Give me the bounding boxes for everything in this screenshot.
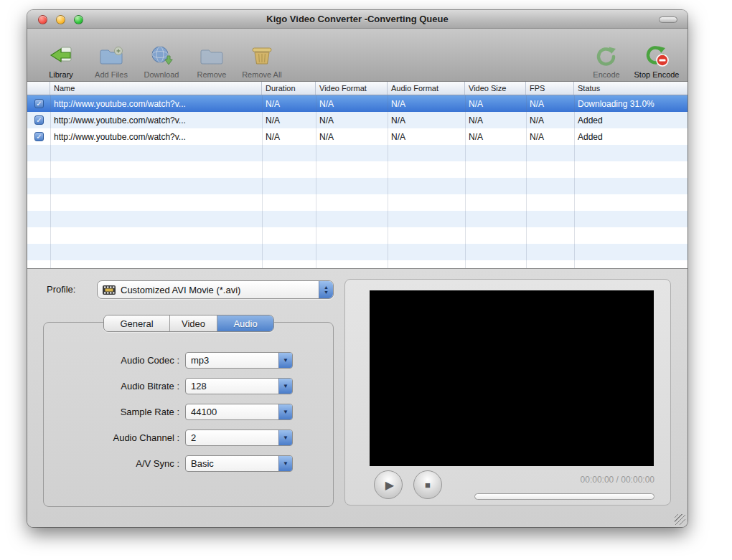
seek-slider[interactable] bbox=[474, 493, 654, 500]
audio-channel-label: Audio Channel : bbox=[44, 432, 185, 443]
library-icon bbox=[49, 42, 73, 70]
column-header-video-format[interactable]: Video Format bbox=[316, 82, 388, 95]
column-header-status[interactable]: Status bbox=[574, 82, 688, 95]
close-button[interactable] bbox=[38, 15, 47, 24]
profile-label: Profile: bbox=[47, 280, 75, 299]
audio-channel-value: 2 bbox=[186, 432, 278, 443]
add-files-button[interactable]: Add Files bbox=[86, 42, 136, 79]
cell-name: http://www.youtube.com/watch?v... bbox=[50, 95, 262, 112]
audio-codec-dropdown[interactable]: mp3 ▼ bbox=[185, 352, 293, 369]
add-files-icon bbox=[99, 42, 123, 70]
sample-rate-dropdown[interactable]: 44100 ▼ bbox=[185, 404, 293, 420]
column-header-name[interactable]: Name bbox=[50, 82, 262, 95]
remove-button[interactable]: Remove bbox=[187, 42, 237, 79]
cell-fps: N/A bbox=[526, 112, 574, 128]
encode-button[interactable]: Encode bbox=[581, 42, 632, 79]
stop-encode-button-label: Stop Encode bbox=[634, 70, 680, 79]
download-icon bbox=[149, 42, 174, 70]
av-sync-dropdown[interactable]: Basic ▼ bbox=[185, 455, 293, 472]
column-header-duration[interactable]: Duration bbox=[262, 82, 316, 95]
stop-button[interactable]: ■ bbox=[413, 470, 442, 499]
column-header-audio-format[interactable]: Audio Format bbox=[388, 82, 465, 95]
cell-fps: N/A bbox=[526, 95, 574, 112]
remove-all-icon bbox=[250, 42, 274, 70]
zoom-button[interactable] bbox=[74, 15, 83, 24]
profile-dropdown[interactable]: Customized AVI Movie (*.avi) ▲▼ bbox=[97, 280, 334, 299]
encode-icon bbox=[594, 42, 619, 70]
codec-settings-box: General Video Audio Audio Codec : mp3 ▼ … bbox=[43, 322, 334, 507]
title-bar: Kigo Video Converter -Converting Queue bbox=[27, 10, 688, 29]
queue-table-header: Name Duration Video Format Audio Format … bbox=[27, 82, 688, 95]
toolbar: Library Add Files Download bbox=[27, 29, 688, 82]
row-checkbox[interactable]: ✓ bbox=[34, 132, 44, 141]
row-checkbox[interactable]: ✓ bbox=[34, 99, 44, 108]
audio-channel-dropdown[interactable]: 2 ▼ bbox=[185, 430, 293, 446]
add-files-button-label: Add Files bbox=[95, 70, 128, 79]
play-icon: ▶ bbox=[385, 478, 394, 492]
library-button[interactable]: Library bbox=[36, 42, 86, 79]
column-header-video-size[interactable]: Video Size bbox=[465, 82, 526, 95]
tab-video[interactable]: Video bbox=[170, 315, 217, 331]
audio-codec-value: mp3 bbox=[186, 355, 278, 366]
tab-general[interactable]: General bbox=[104, 315, 170, 331]
stop-encode-button[interactable]: Stop Encode bbox=[632, 42, 682, 79]
resize-grip[interactable] bbox=[675, 514, 685, 525]
audio-codec-field: Audio Codec : mp3 ▼ bbox=[44, 351, 333, 369]
audio-bitrate-field: Audio Bitrate : 128 ▼ bbox=[44, 377, 333, 394]
queue-table-body: ✓ http://www.youtube.com/watch?v... N/A … bbox=[27, 95, 688, 268]
toolbar-toggle-button[interactable] bbox=[659, 16, 677, 23]
remove-all-button[interactable]: Remove All bbox=[237, 42, 287, 79]
tab-audio[interactable]: Audio bbox=[217, 315, 273, 331]
audio-settings-fields: Audio Codec : mp3 ▼ Audio Bitrate : 128 … bbox=[44, 351, 333, 480]
cell-duration: N/A bbox=[262, 95, 316, 112]
av-sync-value: Basic bbox=[186, 458, 278, 469]
audio-bitrate-dropdown[interactable]: 128 ▼ bbox=[185, 378, 293, 394]
table-row[interactable]: ✓ http://www.youtube.com/watch?v... N/A … bbox=[27, 95, 688, 112]
row-checkbox-cell: ✓ bbox=[27, 95, 50, 112]
settings-tabs: General Video Audio bbox=[103, 315, 274, 332]
chevron-down-icon: ▼ bbox=[278, 404, 292, 419]
cell-audio-format: N/A bbox=[388, 112, 465, 128]
cell-video-format: N/A bbox=[316, 128, 388, 145]
minimize-button[interactable] bbox=[56, 15, 65, 24]
av-sync-field: A/V Sync : Basic ▼ bbox=[44, 455, 333, 472]
cell-audio-format: N/A bbox=[388, 95, 465, 112]
sample-rate-label: Sample Rate : bbox=[44, 407, 185, 417]
cell-video-format: N/A bbox=[316, 95, 388, 112]
settings-panel: Profile: Customized AVI Movie (*.avi) ▲▼… bbox=[27, 268, 688, 527]
chevron-down-icon: ▼ bbox=[278, 379, 292, 394]
remove-icon bbox=[200, 42, 224, 70]
download-button[interactable]: Download bbox=[136, 42, 187, 79]
table-row[interactable]: ✓ http://www.youtube.com/watch?v... N/A … bbox=[27, 112, 688, 128]
column-header-fps[interactable]: FPS bbox=[526, 82, 574, 95]
av-sync-label: A/V Sync : bbox=[44, 458, 185, 469]
chevron-down-icon: ▼ bbox=[278, 430, 292, 445]
window-controls bbox=[38, 15, 83, 24]
video-display bbox=[370, 290, 654, 466]
cell-video-size: N/A bbox=[465, 112, 526, 128]
encode-button-label: Encode bbox=[593, 70, 619, 79]
audio-bitrate-value: 128 bbox=[186, 381, 278, 391]
cell-duration: N/A bbox=[262, 128, 316, 145]
table-row[interactable]: ✓ http://www.youtube.com/watch?v... N/A … bbox=[27, 128, 688, 145]
profile-stepper-icon: ▲▼ bbox=[319, 281, 333, 298]
audio-codec-label: Audio Codec : bbox=[44, 355, 185, 366]
play-button[interactable]: ▶ bbox=[374, 470, 403, 499]
audio-bitrate-label: Audio Bitrate : bbox=[44, 381, 185, 391]
row-checkbox-cell: ✓ bbox=[27, 128, 50, 145]
cell-duration: N/A bbox=[262, 112, 316, 128]
app-window: Kigo Video Converter -Converting Queue L… bbox=[27, 10, 688, 527]
chevron-down-icon: ▼ bbox=[278, 353, 292, 368]
sample-rate-field: Sample Rate : 44100 ▼ bbox=[44, 403, 333, 420]
profile-format-icon bbox=[103, 285, 116, 295]
row-checkbox[interactable]: ✓ bbox=[34, 115, 44, 125]
cell-video-size: N/A bbox=[465, 128, 526, 145]
sample-rate-value: 44100 bbox=[186, 407, 278, 417]
column-header-checkbox[interactable] bbox=[27, 82, 50, 95]
profile-value: Customized AVI Movie (*.avi) bbox=[121, 285, 319, 295]
cell-status: Downloading 31.0% bbox=[574, 95, 688, 112]
cell-status: Added bbox=[574, 128, 688, 145]
cell-name: http://www.youtube.com/watch?v... bbox=[50, 112, 262, 128]
stop-encode-icon bbox=[644, 42, 669, 70]
cell-status: Added bbox=[574, 112, 688, 128]
